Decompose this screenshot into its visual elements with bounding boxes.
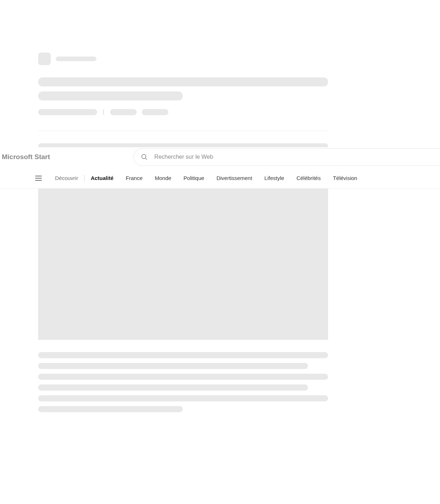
- meta-divider: |: [103, 109, 104, 115]
- article-divider: [38, 131, 328, 131]
- brand-logo[interactable]: Microsoft Start: [2, 153, 50, 157]
- article-source-row: [38, 53, 397, 65]
- meta-pill-skeleton-1: [110, 109, 137, 115]
- search-input[interactable]: [154, 154, 440, 157]
- meta-pill-skeleton-2: [142, 109, 168, 115]
- article-content-area: |: [0, 0, 440, 157]
- search-icon: [141, 153, 148, 157]
- source-avatar-skeleton: [38, 53, 51, 65]
- meta-date-skeleton: [38, 109, 97, 115]
- title-skeleton-line-2: [38, 91, 183, 100]
- svg-point-0: [142, 154, 146, 157]
- header-bar: Microsoft Start: [0, 147, 440, 157]
- source-name-skeleton: [56, 57, 96, 61]
- search-container[interactable]: [133, 148, 440, 157]
- title-skeleton-line-1: [38, 77, 328, 86]
- article-meta-row: |: [38, 109, 397, 115]
